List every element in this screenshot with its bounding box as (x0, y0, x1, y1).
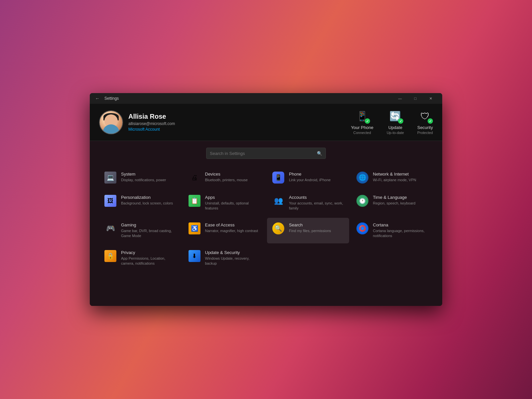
gaming-icon: 🎮 (104, 222, 116, 234)
settings-item-phone[interactable]: 📱 Phone Link your Android, iPhone (267, 167, 349, 188)
settings-window: ← Settings — □ ✕ Allisia Rose allisiaros… (90, 93, 442, 306)
update-check-icon: ✓ (398, 118, 403, 124)
time-text: Time & Language Region, speech, keyboard (373, 195, 416, 206)
cortana-text: Cortana Cortana language, permissions, n… (373, 222, 428, 239)
update-status-sublabel: Up-to-date (387, 131, 404, 135)
profile-section: Allisia Rose allisiarose@microsoft.com M… (99, 110, 351, 134)
time-title: Time & Language (373, 195, 416, 200)
title-bar: ← Settings — □ ✕ (90, 93, 442, 104)
update-security-desc: Windows Update, recovery, backup (205, 256, 260, 266)
network-text: Network & Internet Wi-Fi, airplane mode,… (373, 172, 416, 183)
phone-status-label: Your Phone (351, 125, 373, 130)
gaming-desc: Game bar, DVR, broad casting, Game Mode (121, 228, 176, 239)
phone-check-icon: ✓ (365, 118, 370, 124)
status-item-update[interactable]: 🔄 ✓ Update Up-to-date (387, 110, 404, 135)
system-title: System (121, 172, 166, 177)
avatar[interactable] (99, 110, 123, 134)
settings-item-privacy[interactable]: 🔒 Privacy App Permissions, Location, cam… (99, 245, 181, 271)
settings-item-time[interactable]: 🕐 Time & Language Region, speech, keyboa… (351, 190, 433, 216)
apps-title: Apps (205, 195, 260, 200)
search-input[interactable] (210, 151, 314, 156)
cortana-icon: ⭕ (356, 222, 368, 234)
apps-icon: 📋 (189, 195, 200, 207)
maximize-button[interactable]: □ (408, 93, 423, 104)
system-desc: Display, notifications, power (121, 178, 166, 183)
settings-grid: 💻 System Display, notifications, power 🖨… (99, 167, 433, 271)
phone-icon-wrap: 📱 ✓ (355, 110, 369, 123)
window-title: Settings (104, 96, 119, 101)
status-item-security[interactable]: 🛡 ✓ Security Protected (417, 110, 433, 135)
devices-desc: Bluetooth, printers, mouse (205, 178, 248, 183)
settings-item-network[interactable]: 🌐 Network & Internet Wi-Fi, airplane mod… (351, 167, 433, 188)
back-button[interactable]: ← (94, 95, 101, 102)
ease-text: Ease of Access Narrator, magnifier, high… (205, 222, 258, 233)
settings-item-personalization[interactable]: 🖼 Personalization Background, lock scree… (99, 190, 181, 216)
network-desc: Wi-Fi, airplane mode, VPN (373, 178, 416, 183)
profile-info: Allisia Rose allisiarose@microsoft.com M… (128, 113, 175, 132)
update-security-title: Update & Security (205, 250, 260, 255)
apps-desc: Uninstall, defaults, optional features (205, 201, 260, 211)
settings-item-devices[interactable]: 🖨 Devices Bluetooth, printers, mouse (183, 167, 265, 188)
search-bar-wrap: 🔍 (99, 148, 433, 159)
phone-desc: Link your Android, iPhone (289, 178, 331, 183)
header: Allisia Rose allisiarose@microsoft.com M… (90, 104, 442, 141)
update-icon-wrap: 🔄 ✓ (389, 110, 402, 123)
time-desc: Region, speech, keyboard (373, 201, 416, 206)
update-security-icon: ⬇ (189, 250, 200, 262)
close-button[interactable]: ✕ (423, 93, 438, 104)
search-icon: 🔍 (272, 222, 284, 234)
gaming-text: Gaming Game bar, DVR, broad casting, Gam… (121, 222, 176, 239)
personalization-title: Personalization (121, 195, 173, 200)
gaming-title: Gaming (121, 222, 176, 227)
settings-item-update-security[interactable]: ⬇ Update & Security Windows Update, reco… (183, 245, 265, 271)
network-title: Network & Internet (373, 172, 416, 177)
main-content: 🔍 💻 System Display, notifications, power… (90, 141, 442, 306)
settings-item-cortana[interactable]: ⭕ Cortana Cortana language, permissions,… (351, 218, 433, 243)
system-icon: 💻 (104, 172, 116, 184)
settings-item-search[interactable]: 🔍 Search Find my files, permissions (267, 218, 349, 243)
phone-title: Phone (289, 172, 331, 177)
accounts-text: Accounts Your accounts, email, sync, wor… (289, 195, 344, 211)
security-status-sublabel: Protected (417, 131, 433, 135)
profile-email: allisiarose@microsoft.com (128, 121, 175, 126)
update-security-text: Update & Security Windows Update, recove… (205, 250, 260, 266)
search-desc: Find my files, permissions (289, 228, 331, 233)
security-status-label: Security (417, 125, 433, 130)
settings-item-gaming[interactable]: 🎮 Gaming Game bar, DVR, broad casting, G… (99, 218, 181, 243)
status-item-phone[interactable]: 📱 ✓ Your Phone Connected (351, 110, 373, 135)
settings-item-accounts[interactable]: 👥 Accounts Your accounts, email, sync, w… (267, 190, 349, 216)
devices-icon: 🖨 (189, 172, 200, 184)
window-controls: — □ ✕ (392, 93, 438, 104)
cortana-title: Cortana (373, 222, 428, 227)
personalization-text: Personalization Background, lock screen,… (121, 195, 173, 206)
privacy-desc: App Permissions, Location, camera, notif… (121, 256, 176, 266)
devices-title: Devices (205, 172, 248, 177)
accounts-desc: Your accounts, email, sync, work, family (289, 201, 344, 211)
apps-text: Apps Uninstall, defaults, optional featu… (205, 195, 260, 211)
title-bar-left: ← Settings (94, 95, 119, 102)
search-icon: 🔍 (317, 151, 322, 156)
settings-item-apps[interactable]: 📋 Apps Uninstall, defaults, optional fea… (183, 190, 265, 216)
profile-name: Allisia Rose (128, 113, 175, 120)
devices-text: Devices Bluetooth, printers, mouse (205, 172, 248, 183)
privacy-text: Privacy App Permissions, Location, camer… (121, 250, 176, 266)
minimize-button[interactable]: — (392, 93, 408, 104)
search-title: Search (289, 222, 331, 227)
microsoft-account-link[interactable]: Microsoft Account (128, 127, 175, 132)
ease-desc: Narrator, magnifier, high contrast (205, 228, 258, 233)
accounts-icon: 👥 (272, 195, 284, 207)
status-items: 📱 ✓ Your Phone Connected 🔄 ✓ Update Up-t… (351, 110, 433, 135)
personalization-icon: 🖼 (104, 195, 116, 207)
ease-icon: ♿ (189, 222, 200, 234)
network-icon: 🌐 (356, 172, 368, 184)
settings-item-ease[interactable]: ♿ Ease of Access Narrator, magnifier, hi… (183, 218, 265, 243)
security-check-icon: ✓ (428, 118, 433, 124)
system-text: System Display, notifications, power (121, 172, 166, 183)
settings-item-system[interactable]: 💻 System Display, notifications, power (99, 167, 181, 188)
search-text: Search Find my files, permissions (289, 222, 331, 233)
privacy-icon: 🔒 (104, 250, 116, 262)
search-bar[interactable]: 🔍 (206, 148, 326, 159)
phone-text: Phone Link your Android, iPhone (289, 172, 331, 183)
phone-icon: 📱 (272, 172, 284, 184)
security-icon-wrap: 🛡 ✓ (418, 110, 432, 123)
